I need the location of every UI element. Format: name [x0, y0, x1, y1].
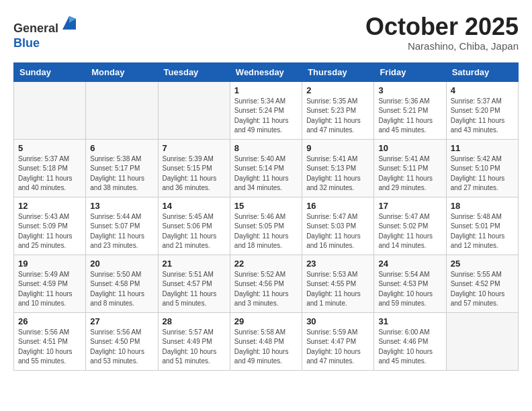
day-number: 17 [378, 201, 441, 211]
day-info: Sunrise: 5:39 AM Sunset: 5:15 PM Dayligh… [163, 154, 226, 193]
calendar-cell: 7Sunrise: 5:39 AM Sunset: 5:15 PM Daylig… [158, 139, 230, 197]
day-info: Sunrise: 5:43 AM Sunset: 5:09 PM Dayligh… [18, 212, 81, 251]
day-number: 1 [234, 85, 298, 95]
calendar-cell: 28Sunrise: 5:57 AM Sunset: 4:49 PM Dayli… [158, 312, 230, 370]
calendar-week-row: 5Sunrise: 5:37 AM Sunset: 5:18 PM Daylig… [14, 139, 519, 197]
calendar-cell: 2Sunrise: 5:35 AM Sunset: 5:23 PM Daylig… [302, 81, 374, 139]
day-info: Sunrise: 5:35 AM Sunset: 5:23 PM Dayligh… [306, 97, 369, 136]
calendar-cell: 10Sunrise: 5:41 AM Sunset: 5:11 PM Dayli… [374, 139, 446, 197]
calendar-cell: 13Sunrise: 5:44 AM Sunset: 5:07 PM Dayli… [86, 197, 158, 255]
calendar-cell: 19Sunrise: 5:49 AM Sunset: 4:59 PM Dayli… [14, 255, 86, 312]
calendar-week-row: 19Sunrise: 5:49 AM Sunset: 4:59 PM Dayli… [14, 255, 519, 312]
calendar-cell: 12Sunrise: 5:43 AM Sunset: 5:09 PM Dayli… [14, 197, 86, 255]
day-info: Sunrise: 5:37 AM Sunset: 5:20 PM Dayligh… [451, 97, 514, 136]
calendar-cell: 15Sunrise: 5:46 AM Sunset: 5:05 PM Dayli… [230, 197, 302, 255]
location: Narashino, Chiba, Japan [365, 40, 519, 52]
day-number: 18 [451, 201, 514, 211]
calendar-cell: 25Sunrise: 5:55 AM Sunset: 4:52 PM Dayli… [446, 255, 518, 312]
day-info: Sunrise: 5:49 AM Sunset: 4:59 PM Dayligh… [18, 270, 81, 309]
day-info: Sunrise: 5:56 AM Sunset: 4:50 PM Dayligh… [90, 328, 153, 367]
day-info: Sunrise: 5:38 AM Sunset: 5:17 PM Dayligh… [90, 154, 153, 193]
calendar-cell: 9Sunrise: 5:41 AM Sunset: 5:13 PM Daylig… [302, 139, 374, 197]
calendar-cell: 1Sunrise: 5:34 AM Sunset: 5:24 PM Daylig… [230, 81, 302, 139]
calendar-cell: 21Sunrise: 5:51 AM Sunset: 4:57 PM Dayli… [158, 255, 230, 312]
calendar-cell [446, 312, 518, 370]
calendar-cell: 29Sunrise: 5:58 AM Sunset: 4:48 PM Dayli… [230, 312, 302, 370]
day-info: Sunrise: 5:41 AM Sunset: 5:13 PM Dayligh… [306, 154, 369, 193]
day-number: 4 [451, 85, 514, 95]
calendar-cell: 22Sunrise: 5:52 AM Sunset: 4:56 PM Dayli… [230, 255, 302, 312]
day-info: Sunrise: 6:00 AM Sunset: 4:46 PM Dayligh… [378, 328, 441, 367]
page-header: General Blue October 2025 Narashino, Chi… [13, 13, 519, 52]
calendar-cell: 20Sunrise: 5:50 AM Sunset: 4:58 PM Dayli… [86, 255, 158, 312]
day-info: Sunrise: 5:47 AM Sunset: 5:03 PM Dayligh… [306, 212, 369, 251]
day-info: Sunrise: 5:41 AM Sunset: 5:11 PM Dayligh… [378, 154, 441, 193]
calendar-cell [86, 81, 158, 139]
calendar-cell: 8Sunrise: 5:40 AM Sunset: 5:14 PM Daylig… [230, 139, 302, 197]
day-number: 27 [90, 316, 153, 326]
day-number: 23 [306, 259, 369, 269]
weekday-header: Sunday [14, 62, 86, 81]
logo-general: General [13, 21, 58, 35]
day-number: 11 [451, 143, 514, 153]
calendar-week-row: 1Sunrise: 5:34 AM Sunset: 5:24 PM Daylig… [14, 81, 519, 139]
day-number: 6 [90, 143, 153, 153]
day-number: 25 [451, 259, 514, 269]
calendar-cell: 5Sunrise: 5:37 AM Sunset: 5:18 PM Daylig… [14, 139, 86, 197]
day-info: Sunrise: 5:42 AM Sunset: 5:10 PM Dayligh… [451, 154, 514, 193]
calendar-cell: 31Sunrise: 6:00 AM Sunset: 4:46 PM Dayli… [374, 312, 446, 370]
day-number: 26 [18, 316, 81, 326]
day-number: 24 [378, 259, 441, 269]
day-number: 5 [18, 143, 81, 153]
calendar-week-row: 26Sunrise: 5:56 AM Sunset: 4:51 PM Dayli… [14, 312, 519, 370]
calendar-cell [158, 81, 230, 139]
logo: General Blue [13, 13, 79, 50]
title-block: October 2025 Narashino, Chiba, Japan [365, 13, 519, 52]
day-info: Sunrise: 5:55 AM Sunset: 4:52 PM Dayligh… [451, 270, 514, 309]
day-info: Sunrise: 5:46 AM Sunset: 5:05 PM Dayligh… [234, 212, 298, 251]
day-info: Sunrise: 5:47 AM Sunset: 5:02 PM Dayligh… [378, 212, 441, 251]
day-number: 29 [234, 316, 298, 326]
day-info: Sunrise: 5:37 AM Sunset: 5:18 PM Dayligh… [18, 154, 81, 193]
weekday-header: Tuesday [158, 62, 230, 81]
calendar-cell: 6Sunrise: 5:38 AM Sunset: 5:17 PM Daylig… [86, 139, 158, 197]
day-info: Sunrise: 5:50 AM Sunset: 4:58 PM Dayligh… [90, 270, 153, 309]
day-info: Sunrise: 5:40 AM Sunset: 5:14 PM Dayligh… [234, 154, 298, 193]
calendar-week-row: 12Sunrise: 5:43 AM Sunset: 5:09 PM Dayli… [14, 197, 519, 255]
calendar-cell: 14Sunrise: 5:45 AM Sunset: 5:06 PM Dayli… [158, 197, 230, 255]
calendar-cell [14, 81, 86, 139]
weekday-header: Thursday [302, 62, 374, 81]
day-info: Sunrise: 5:48 AM Sunset: 5:01 PM Dayligh… [451, 212, 514, 251]
day-number: 7 [163, 143, 226, 153]
calendar-cell: 17Sunrise: 5:47 AM Sunset: 5:02 PM Dayli… [374, 197, 446, 255]
day-number: 22 [234, 259, 298, 269]
weekday-header: Friday [374, 62, 446, 81]
day-info: Sunrise: 5:34 AM Sunset: 5:24 PM Dayligh… [234, 97, 298, 136]
day-info: Sunrise: 5:57 AM Sunset: 4:49 PM Dayligh… [163, 328, 226, 367]
month-title: October 2025 [365, 13, 519, 40]
logo-icon [60, 13, 79, 32]
weekday-header: Saturday [446, 62, 518, 81]
calendar-cell: 11Sunrise: 5:42 AM Sunset: 5:10 PM Dayli… [446, 139, 518, 197]
day-info: Sunrise: 5:54 AM Sunset: 4:53 PM Dayligh… [378, 270, 441, 309]
day-number: 19 [18, 259, 81, 269]
day-number: 20 [90, 259, 153, 269]
day-number: 31 [378, 316, 441, 326]
calendar-cell: 16Sunrise: 5:47 AM Sunset: 5:03 PM Dayli… [302, 197, 374, 255]
weekday-header: Wednesday [230, 62, 302, 81]
day-info: Sunrise: 5:52 AM Sunset: 4:56 PM Dayligh… [234, 270, 298, 309]
day-number: 15 [234, 201, 298, 211]
calendar-cell: 30Sunrise: 5:59 AM Sunset: 4:47 PM Dayli… [302, 312, 374, 370]
day-info: Sunrise: 5:58 AM Sunset: 4:48 PM Dayligh… [234, 328, 298, 367]
day-number: 8 [234, 143, 298, 153]
calendar-cell: 24Sunrise: 5:54 AM Sunset: 4:53 PM Dayli… [374, 255, 446, 312]
day-number: 16 [306, 201, 369, 211]
day-number: 28 [163, 316, 226, 326]
day-number: 9 [306, 143, 369, 153]
calendar-cell: 23Sunrise: 5:53 AM Sunset: 4:55 PM Dayli… [302, 255, 374, 312]
day-info: Sunrise: 5:36 AM Sunset: 5:21 PM Dayligh… [378, 97, 441, 136]
day-number: 3 [378, 85, 441, 95]
day-number: 10 [378, 143, 441, 153]
calendar-cell: 3Sunrise: 5:36 AM Sunset: 5:21 PM Daylig… [374, 81, 446, 139]
day-info: Sunrise: 5:53 AM Sunset: 4:55 PM Dayligh… [306, 270, 369, 309]
